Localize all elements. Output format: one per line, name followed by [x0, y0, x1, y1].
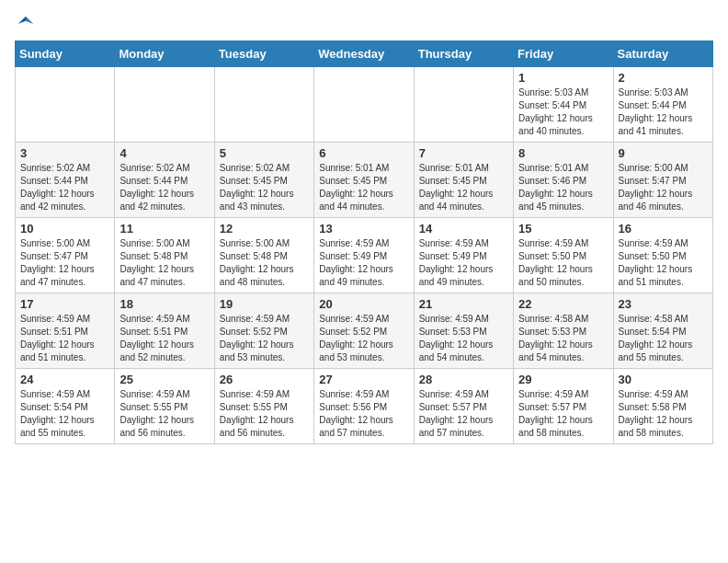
day-info: Sunrise: 4:58 AM Sunset: 5:53 PM Dayligh…	[518, 313, 608, 364]
day-number: 29	[518, 373, 608, 386]
day-header-saturday: Saturday	[613, 41, 712, 67]
day-info: Sunrise: 4:59 AM Sunset: 5:58 PM Dayligh…	[619, 388, 708, 440]
calendar-cell: 23Sunrise: 4:58 AM Sunset: 5:54 PM Dayli…	[613, 293, 712, 369]
day-number: 7	[419, 146, 508, 160]
day-header-sunday: Sunday	[16, 41, 115, 67]
day-number: 16	[619, 222, 708, 236]
calendar-cell: 1Sunrise: 5:03 AM Sunset: 5:44 PM Daylig…	[514, 67, 613, 143]
day-info: Sunrise: 5:01 AM Sunset: 5:45 PM Dayligh…	[419, 162, 508, 213]
day-number: 15	[518, 222, 608, 236]
calendar-cell: 2Sunrise: 5:03 AM Sunset: 5:44 PM Daylig…	[613, 67, 712, 143]
day-info: Sunrise: 4:59 AM Sunset: 5:55 PM Dayligh…	[119, 388, 209, 440]
day-number: 8	[518, 146, 608, 160]
day-header-wednesday: Wednesday	[314, 41, 414, 67]
day-number: 26	[220, 373, 309, 386]
day-number: 4	[119, 146, 209, 160]
calendar-cell: 18Sunrise: 4:59 AM Sunset: 5:51 PM Dayli…	[115, 293, 214, 369]
day-info: Sunrise: 4:59 AM Sunset: 5:50 PM Dayligh…	[518, 237, 608, 289]
day-info: Sunrise: 4:59 AM Sunset: 5:53 PM Dayligh…	[419, 313, 508, 364]
day-number: 3	[20, 146, 109, 160]
day-info: Sunrise: 4:59 AM Sunset: 5:50 PM Dayligh…	[619, 237, 708, 289]
day-header-friday: Friday	[514, 41, 613, 67]
calendar-cell: 26Sunrise: 4:59 AM Sunset: 5:55 PM Dayli…	[214, 369, 313, 444]
calendar-cell: 28Sunrise: 4:59 AM Sunset: 5:57 PM Dayli…	[414, 369, 513, 444]
day-info: Sunrise: 4:59 AM Sunset: 5:49 PM Dayligh…	[419, 237, 508, 289]
day-info: Sunrise: 5:02 AM Sunset: 5:44 PM Dayligh…	[119, 162, 209, 213]
day-number: 2	[619, 71, 708, 85]
calendar: SundayMondayTuesdayWednesdayThursdayFrid…	[15, 40, 713, 444]
day-number: 30	[619, 373, 708, 386]
day-number: 12	[220, 222, 309, 236]
calendar-cell: 30Sunrise: 4:59 AM Sunset: 5:58 PM Dayli…	[613, 369, 712, 444]
day-info: Sunrise: 4:59 AM Sunset: 5:57 PM Dayligh…	[518, 388, 608, 440]
calendar-cell: 6Sunrise: 5:01 AM Sunset: 5:45 PM Daylig…	[314, 143, 414, 218]
calendar-cell	[16, 67, 115, 143]
calendar-cell: 9Sunrise: 5:00 AM Sunset: 5:47 PM Daylig…	[613, 143, 712, 218]
day-info: Sunrise: 4:59 AM Sunset: 5:51 PM Dayligh…	[20, 313, 109, 364]
day-info: Sunrise: 4:59 AM Sunset: 5:54 PM Dayligh…	[20, 388, 109, 440]
calendar-cell	[214, 67, 313, 143]
calendar-cell: 16Sunrise: 4:59 AM Sunset: 5:50 PM Dayli…	[613, 218, 712, 293]
calendar-cell: 14Sunrise: 4:59 AM Sunset: 5:49 PM Dayli…	[414, 218, 513, 293]
logo-icon	[17, 15, 35, 33]
day-number: 13	[319, 222, 408, 236]
day-number: 18	[119, 297, 209, 311]
day-info: Sunrise: 5:01 AM Sunset: 5:45 PM Dayligh…	[319, 162, 408, 213]
day-info: Sunrise: 4:59 AM Sunset: 5:52 PM Dayligh…	[220, 313, 309, 364]
calendar-cell: 7Sunrise: 5:01 AM Sunset: 5:45 PM Daylig…	[414, 143, 513, 218]
day-number: 1	[518, 71, 608, 85]
calendar-cell: 29Sunrise: 4:59 AM Sunset: 5:57 PM Dayli…	[514, 369, 613, 444]
calendar-cell: 13Sunrise: 4:59 AM Sunset: 5:49 PM Dayli…	[314, 218, 414, 293]
calendar-cell: 17Sunrise: 4:59 AM Sunset: 5:51 PM Dayli…	[16, 293, 115, 369]
day-info: Sunrise: 5:00 AM Sunset: 5:48 PM Dayligh…	[119, 237, 209, 289]
day-number: 22	[518, 297, 608, 311]
calendar-cell: 5Sunrise: 5:02 AM Sunset: 5:45 PM Daylig…	[214, 143, 313, 218]
day-info: Sunrise: 5:00 AM Sunset: 5:48 PM Dayligh…	[220, 237, 309, 289]
day-info: Sunrise: 4:59 AM Sunset: 5:49 PM Dayligh…	[319, 237, 408, 289]
calendar-cell: 25Sunrise: 4:59 AM Sunset: 5:55 PM Dayli…	[115, 369, 214, 444]
day-info: Sunrise: 5:01 AM Sunset: 5:46 PM Dayligh…	[518, 162, 608, 213]
day-header-monday: Monday	[115, 41, 214, 67]
day-info: Sunrise: 5:02 AM Sunset: 5:45 PM Dayligh…	[220, 162, 309, 213]
logo	[15, 15, 35, 29]
day-info: Sunrise: 5:00 AM Sunset: 5:47 PM Dayligh…	[20, 237, 109, 289]
calendar-cell: 22Sunrise: 4:58 AM Sunset: 5:53 PM Dayli…	[514, 293, 613, 369]
page-header	[15, 15, 713, 29]
day-number: 17	[20, 297, 109, 311]
day-info: Sunrise: 4:59 AM Sunset: 5:51 PM Dayligh…	[119, 313, 209, 364]
day-number: 10	[20, 222, 109, 236]
calendar-cell: 15Sunrise: 4:59 AM Sunset: 5:50 PM Dayli…	[514, 218, 613, 293]
calendar-cell: 27Sunrise: 4:59 AM Sunset: 5:56 PM Dayli…	[314, 369, 414, 444]
day-info: Sunrise: 5:03 AM Sunset: 5:44 PM Dayligh…	[619, 86, 708, 138]
day-number: 19	[220, 297, 309, 311]
calendar-cell: 8Sunrise: 5:01 AM Sunset: 5:46 PM Daylig…	[514, 143, 613, 218]
calendar-cell: 24Sunrise: 4:59 AM Sunset: 5:54 PM Dayli…	[16, 369, 115, 444]
day-number: 25	[119, 373, 209, 386]
day-header-thursday: Thursday	[414, 41, 513, 67]
calendar-cell	[314, 67, 414, 143]
day-number: 5	[220, 146, 309, 160]
day-number: 11	[119, 222, 209, 236]
day-info: Sunrise: 5:00 AM Sunset: 5:47 PM Dayligh…	[619, 162, 708, 213]
calendar-cell	[414, 67, 513, 143]
day-info: Sunrise: 4:59 AM Sunset: 5:55 PM Dayligh…	[220, 388, 309, 440]
day-number: 23	[619, 297, 708, 311]
day-info: Sunrise: 4:59 AM Sunset: 5:57 PM Dayligh…	[419, 388, 508, 440]
calendar-cell	[115, 67, 214, 143]
day-info: Sunrise: 4:58 AM Sunset: 5:54 PM Dayligh…	[619, 313, 708, 364]
day-number: 24	[20, 373, 109, 386]
day-number: 28	[419, 373, 508, 386]
calendar-cell: 3Sunrise: 5:02 AM Sunset: 5:44 PM Daylig…	[16, 143, 115, 218]
calendar-cell: 10Sunrise: 5:00 AM Sunset: 5:47 PM Dayli…	[16, 218, 115, 293]
calendar-cell: 20Sunrise: 4:59 AM Sunset: 5:52 PM Dayli…	[314, 293, 414, 369]
day-info: Sunrise: 5:03 AM Sunset: 5:44 PM Dayligh…	[518, 86, 608, 138]
day-info: Sunrise: 5:02 AM Sunset: 5:44 PM Dayligh…	[20, 162, 109, 213]
day-number: 21	[419, 297, 508, 311]
day-number: 9	[619, 146, 708, 160]
calendar-cell: 19Sunrise: 4:59 AM Sunset: 5:52 PM Dayli…	[214, 293, 313, 369]
calendar-cell: 4Sunrise: 5:02 AM Sunset: 5:44 PM Daylig…	[115, 143, 214, 218]
day-header-tuesday: Tuesday	[214, 41, 313, 67]
day-info: Sunrise: 4:59 AM Sunset: 5:56 PM Dayligh…	[319, 388, 408, 440]
day-info: Sunrise: 4:59 AM Sunset: 5:52 PM Dayligh…	[319, 313, 408, 364]
day-number: 6	[319, 146, 408, 160]
